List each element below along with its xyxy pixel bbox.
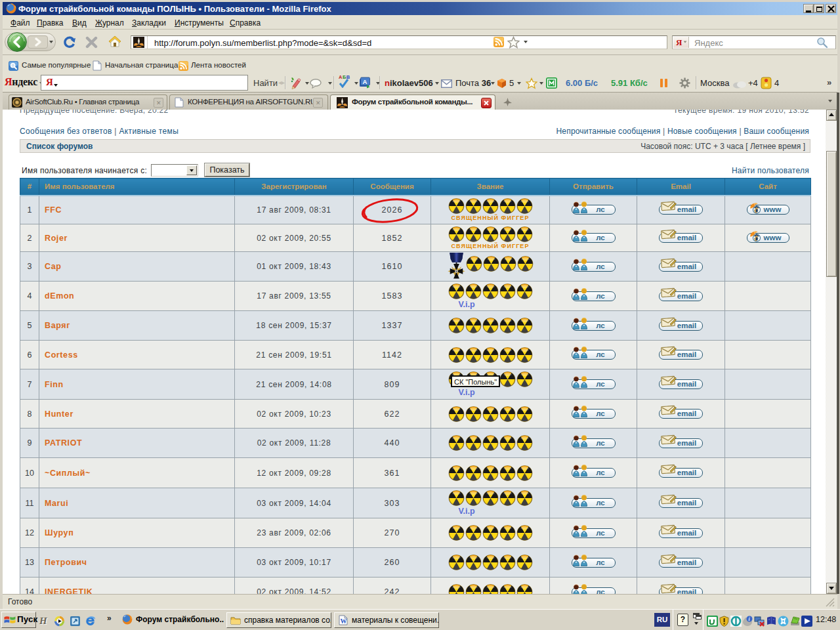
svg-text:A: A <box>363 78 368 85</box>
